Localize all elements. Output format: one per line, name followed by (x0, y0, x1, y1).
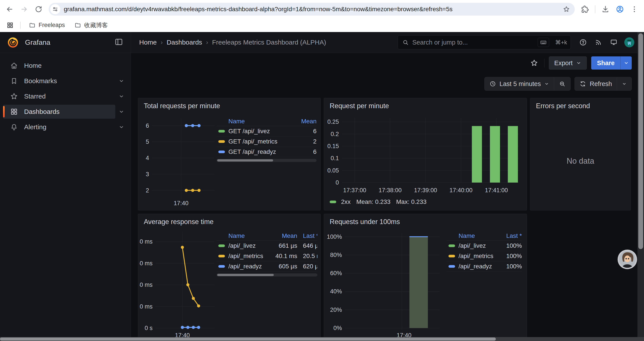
bookmark-page-button[interactable] (561, 4, 572, 15)
legend-table-scrollbar[interactable] (216, 159, 316, 162)
svg-text:80 ms: 80 ms (140, 238, 152, 245)
legend-row[interactable]: /api/_readyz605 µs620 µs (216, 261, 318, 272)
news-button[interactable] (592, 36, 604, 49)
profile-button[interactable] (613, 3, 626, 16)
sidebar-item-starred: Starred (3, 89, 128, 103)
breadcrumb-item[interactable]: Dashboards (166, 39, 202, 46)
site-settings-button[interactable] (50, 4, 60, 14)
series-color-swatch[interactable] (448, 265, 455, 268)
series-color-swatch[interactable] (448, 244, 455, 247)
legend-value-mean: 605 µs (264, 263, 297, 270)
legend-row[interactable]: /api/_readyz100% (447, 261, 522, 272)
profile-icon (616, 5, 624, 13)
active-indicator (3, 106, 4, 117)
sidebar-item-label: Home (24, 62, 42, 69)
request-per-minute-chart[interactable]: 0.250.20.150.10.05017:37:0017:38:0017:39… (326, 114, 521, 196)
url-text[interactable]: grafana.mathmast.com/d/deytv4rwavabkb/fr… (64, 6, 561, 13)
monitor-icon (610, 39, 618, 46)
share-menu-button[interactable] (620, 56, 632, 70)
horizontal-scrollbar[interactable] (0, 337, 644, 341)
url-bar[interactable]: grafana.mathmast.com/d/deytv4rwavabkb/fr… (49, 3, 575, 16)
svg-text:5: 5 (146, 138, 149, 145)
panel-title[interactable]: Errors per second (536, 102, 590, 110)
legend-col-mean[interactable]: Mean (288, 118, 316, 125)
legend-row[interactable]: /api/_livez661 µs646 µs (216, 241, 318, 251)
legend-table-scrollbar[interactable] (216, 273, 318, 276)
export-button[interactable]: Export (549, 56, 587, 70)
horizontal-scrollbar-thumb[interactable] (0, 337, 496, 340)
svg-text:4: 4 (146, 155, 149, 161)
legend-table-scrollbar-thumb[interactable] (217, 274, 274, 276)
refresh-button[interactable]: Refresh (575, 77, 617, 90)
legend-table-scrollbar-thumb[interactable] (217, 159, 273, 162)
bookmark-folder-freeleaps[interactable]: Freeleaps (25, 20, 69, 30)
vertical-scrollbar-thumb[interactable] (638, 33, 643, 249)
legend-series-name: /api/_metrics (447, 253, 496, 260)
chevron-down-icon[interactable] (115, 106, 128, 118)
avg-response-time-chart[interactable]: 80 ms60 ms40 ms20 ms0 s17:40 (140, 230, 216, 339)
legend-col-name[interactable]: Name (216, 232, 264, 239)
legend[interactable]: 2xxMean: 0.233Max: 0.233 (330, 198, 426, 205)
sidebar-item-link-alerting[interactable]: Alerting (3, 120, 115, 134)
help-button[interactable] (577, 36, 589, 49)
panel-title[interactable]: Total requests per minute (144, 102, 220, 110)
vertical-scrollbar[interactable] (638, 32, 644, 337)
series-color-swatch[interactable] (218, 140, 225, 143)
sidebar-item-link-starred[interactable]: Starred (3, 89, 115, 103)
forward-button[interactable] (18, 3, 31, 16)
legend-row[interactable]: /api/_metrics40.1 ms20.5 ms (216, 251, 318, 261)
zoom-out-button[interactable] (554, 77, 570, 90)
series-color-swatch[interactable] (218, 130, 225, 133)
grafana-topbar: Home›Dashboards›Freeleaps Metrics Dashbo… (131, 32, 644, 53)
series-color-swatch[interactable] (218, 265, 225, 268)
series-color-swatch[interactable] (448, 255, 455, 257)
total-requests-chart[interactable]: 6543217:40 (140, 115, 216, 207)
user-avatar[interactable] (624, 37, 634, 47)
extensions-button[interactable] (578, 3, 592, 16)
legend-col-name[interactable]: Name (447, 232, 496, 239)
chevron-down-icon[interactable] (115, 75, 128, 87)
legend-row[interactable]: /api/_livez100% (447, 241, 522, 251)
legend-row[interactable]: GET /api/_livez6 (216, 126, 316, 137)
dock-menu-button[interactable] (114, 38, 124, 47)
kiosk-mode-button[interactable] (608, 36, 620, 49)
downloads-button[interactable] (599, 3, 612, 16)
legend-row[interactable]: /api/_metrics100% (447, 251, 522, 261)
search-input[interactable]: Search or jump to... ⌘+k (398, 35, 571, 49)
panel-avg-response-time: Average response time 80 ms60 ms40 ms20 … (138, 214, 321, 341)
sidebar-item-link-bookmarks[interactable]: Bookmarks (3, 74, 115, 88)
series-color-swatch[interactable] (218, 151, 225, 153)
svg-text:0.05: 0.05 (327, 167, 339, 174)
bookmark-folder-blogs[interactable]: 收藏博客 (70, 20, 112, 31)
chevron-down-icon[interactable] (115, 121, 128, 133)
main-content: Home›Dashboards›Freeleaps Metrics Dashbo… (131, 32, 644, 341)
apps-grid-button[interactable] (4, 20, 16, 31)
legend-row[interactable]: GET /api/_metrics2 (216, 137, 316, 147)
legend-col-name[interactable]: Name (216, 118, 288, 125)
panel-title[interactable]: Request per minute (330, 102, 389, 110)
legend-series-name[interactable]: 2xx (341, 198, 351, 205)
star-icon (530, 59, 538, 67)
breadcrumb-item[interactable]: Freeleaps Metrics Dashboard (ALPHA) (212, 39, 326, 46)
back-button[interactable] (3, 3, 16, 16)
reload-button[interactable] (32, 3, 45, 16)
legend-row[interactable]: GET /api/_readyz6 (216, 147, 316, 157)
chevron-down-icon[interactable] (115, 90, 128, 103)
series-color-swatch[interactable] (218, 255, 225, 257)
breadcrumb-item[interactable]: Home (139, 39, 157, 46)
floating-assistant-avatar[interactable] (617, 249, 638, 269)
sidebar-item-link-home[interactable]: Home (3, 59, 128, 73)
time-range-picker[interactable]: Last 5 minutes (485, 77, 554, 90)
legend-col-mean[interactable]: Mean (264, 232, 297, 239)
legend-col-last[interactable]: Last * (496, 232, 522, 239)
legend-col-last[interactable]: Last * (303, 232, 318, 239)
panel-title[interactable]: Requests under 100ms (330, 218, 400, 226)
series-color-swatch[interactable] (218, 244, 225, 247)
favorite-dashboard-button[interactable] (528, 57, 540, 69)
sidebar-item-link-dashboards[interactable]: Dashboards (3, 105, 115, 119)
share-button[interactable]: Share (591, 56, 632, 70)
requests-under-100ms-chart[interactable]: 100%80%60%40%20%0%17:40 (326, 230, 442, 339)
browser-menu-button[interactable] (628, 3, 641, 16)
refresh-interval-button[interactable] (617, 77, 632, 90)
panel-title[interactable]: Average response time (144, 218, 214, 226)
